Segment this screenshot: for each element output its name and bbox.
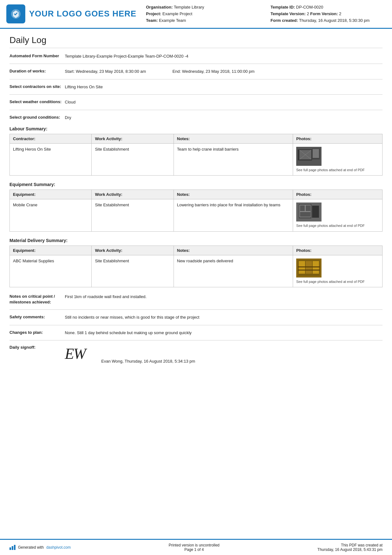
mat-col-photos: Photos: [293, 246, 383, 255]
main-content: Daily Log Automated Form Number Template… [0, 29, 392, 539]
labour-photo-caption-1: See full page photos attached at end of … [296, 168, 379, 172]
equip-equipment-1: Mobile Crane [10, 199, 92, 231]
labour-photo-img-1 [296, 147, 322, 166]
footer-right: This PDF was created at Thursday, 16 Aug… [317, 543, 383, 552]
ground-value: Dry [65, 115, 383, 121]
weather-value: Cloud [65, 99, 383, 105]
page-footer: Generated with dashpivot.com Printed ver… [0, 539, 392, 555]
signoff-section: Daily signoff: EW Evan Wong, Thursday, 1… [9, 345, 383, 364]
labour-col-photos: Photos: [293, 134, 383, 144]
notes-row: Notes on critical point / milestones ach… [9, 294, 383, 305]
uncontrolled-text: Printed version is uncontrolled [169, 543, 220, 547]
org-line: Organisation: Template Library [146, 4, 258, 10]
ground-label: Select ground conditions: [9, 115, 65, 120]
safety-row: Safety comments: Still no incidents or n… [9, 314, 383, 321]
duration-row: Duration of works: Start: Wednesday, 23 … [9, 68, 383, 75]
material-table: Equipment: Work Activity: Notes: Photos:… [9, 246, 383, 287]
footer-center: Printed version is uncontrolled Page 1 o… [169, 543, 220, 552]
form-created-line: Form created: Thursday, 16 August 2018, … [271, 18, 383, 23]
equip-col-notes: Notes: [174, 190, 293, 199]
equip-photo-img-1 [296, 203, 322, 221]
form-number-value: Template Library-Example Project-Example… [65, 53, 383, 59]
svg-rect-6 [313, 149, 319, 158]
notes-value: First 1km of roadside wall fixed and ins… [65, 294, 383, 300]
signoff-name: Evan Wong, Thursday, 16 August 2018, 5:3… [101, 359, 195, 364]
template-version-line: Template Version: 2 Form Version: 2 [271, 11, 383, 17]
labour-table: Contractor: Work Activity: Notes: Photos… [9, 134, 383, 176]
mat-row-1: ABC Material Supplies Site Establishment… [10, 255, 383, 287]
changes-label: Changes to plan: [9, 330, 65, 335]
duration-value: Start: Wednesday, 23 May 2018, 8:30:00 a… [65, 68, 383, 75]
dashpivot-link[interactable]: dashpivot.com [46, 545, 70, 550]
equip-col-photos: Photos: [293, 190, 383, 199]
changes-value: None. Still 1 day behind schedule but ma… [65, 330, 383, 336]
dashpivot-icon [9, 545, 15, 550]
mat-photos-1: See full page photos attached at end of … [293, 255, 383, 287]
weather-label: Select weather conditions: [9, 99, 65, 105]
contractors-label: Select contractors on site: [9, 84, 65, 90]
labour-col-notes: Notes: [174, 134, 293, 144]
labour-notes-1: Team to help crane install barriers [174, 144, 293, 176]
svg-rect-13 [312, 206, 319, 218]
pdf-created-text: This PDF was created at [317, 543, 383, 547]
labour-summary-title: Labour Summary: [9, 126, 383, 131]
doc-title: Daily Log [9, 35, 383, 48]
safety-value: Still no incidents or near misses, which… [65, 314, 383, 321]
logo-area: YOUR LoGo GOES HERE [6, 3, 137, 25]
mat-col-work: Work Activity: [92, 246, 174, 255]
form-number-row: Automated Form Number Template Library-E… [9, 53, 383, 59]
signoff-label: Daily signoff: [9, 345, 65, 350]
duration-label: Duration of works: [9, 68, 65, 74]
mat-photo-img-1 [296, 259, 322, 278]
team-line: Team: Example Team [146, 18, 258, 23]
svg-rect-20 [298, 270, 320, 271]
mat-col-notes: Notes: [174, 246, 293, 255]
signature-image: EW [65, 345, 85, 362]
equip-work-1: Site Establishment [92, 199, 174, 231]
svg-rect-19 [298, 266, 320, 267]
svg-rect-11 [306, 205, 310, 211]
safety-label: Safety comments: [9, 314, 65, 320]
template-id-line: Template ID: DP-COM-0020 [271, 4, 383, 10]
mat-work-1: Site Establishment [92, 255, 174, 287]
mat-col-equipment: Equipment: [10, 246, 92, 255]
footer-left: Generated with dashpivot.com [9, 545, 71, 550]
svg-rect-10 [300, 205, 305, 211]
equip-row-1: Mobile Crane Site Establishment Lowering… [10, 199, 383, 231]
equip-col-equipment: Equipment: [10, 190, 92, 199]
contractors-row: Select contractors on site: Lifting Hero… [9, 84, 383, 90]
contractors-value: Lifting Heros On Site [65, 84, 383, 90]
page-number: Page 1 of 4 [169, 547, 220, 552]
weather-row: Select weather conditions: Cloud [9, 99, 383, 105]
equipment-table: Equipment: Work Activity: Notes: Photos:… [9, 190, 383, 231]
header-meta: Organisation: Template Library Project: … [146, 3, 383, 25]
header-meta-center: Organisation: Template Library Project: … [146, 4, 258, 25]
equip-photo-caption-1: See full page photos attached at end of … [296, 223, 379, 228]
mat-photo-caption-1: See full page photos attached at end of … [296, 279, 379, 284]
equip-notes-1: Lowering barriers into place for final i… [174, 199, 293, 231]
notes-label: Notes on critical point / milestones ach… [9, 294, 65, 305]
equipment-summary-title: Equipment Summary: [9, 182, 383, 187]
ground-row: Select ground conditions: Dry [9, 115, 383, 121]
pdf-created-date: Thursday, 16 August 2018, 5:43:31 pm [317, 547, 383, 552]
material-summary-title: Material Delivery Summary: [9, 238, 383, 243]
mat-equipment-1: ABC Material Supplies [10, 255, 92, 287]
project-line: Project: Example Project [146, 11, 258, 17]
labour-row-1: Lifting Heros On Site Site Establishment… [10, 144, 383, 176]
svg-rect-12 [300, 212, 310, 217]
labour-col-work: Work Activity: [92, 134, 174, 144]
generated-text: Generated with [18, 545, 44, 550]
equip-photos-1: See full page photos attached at end of … [293, 199, 383, 231]
labour-contractor-1: Lifting Heros On Site [10, 144, 92, 176]
sig-name-row: EW Evan Wong, Thursday, 16 August 2018, … [65, 345, 195, 364]
labour-photos-1: See full page photos attached at end of … [293, 144, 383, 176]
labour-col-contractor: Contractor: [10, 134, 92, 144]
equip-col-work: Work Activity: [92, 190, 174, 199]
page-header: YOUR LoGo GOES HERE Organisation: Templa… [0, 0, 392, 29]
header-meta-right: Template ID: DP-COM-0020 Template Versio… [271, 4, 383, 25]
mat-notes-1: New roadside panels delivered [174, 255, 293, 287]
logo-text: YOUR LoGo GOES HERE [29, 9, 137, 19]
form-number-label: Automated Form Number [9, 53, 65, 59]
changes-row: Changes to plan: None. Still 1 day behin… [9, 330, 383, 336]
logo-icon [6, 4, 25, 23]
